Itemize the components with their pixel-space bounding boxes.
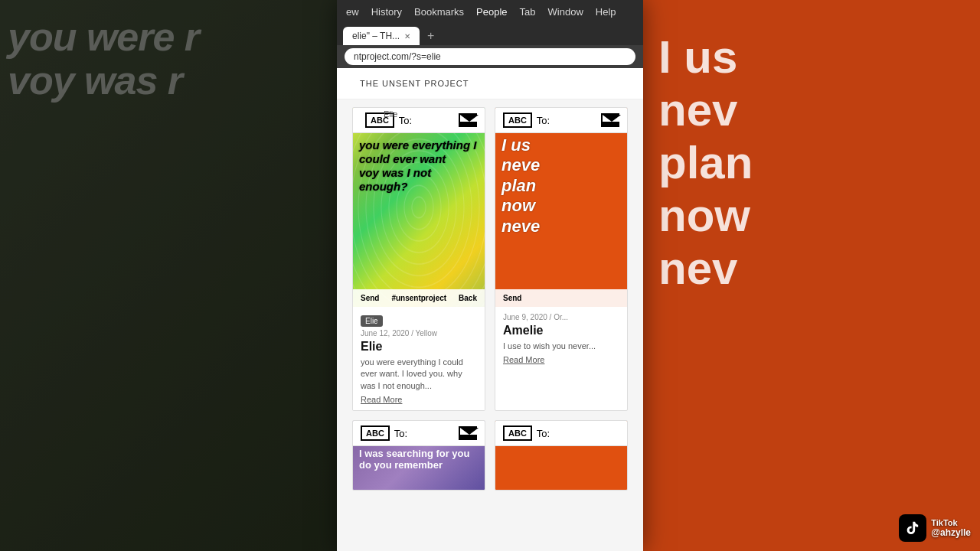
elie-card-body: you were everything I could ever want vo… xyxy=(359,135,479,194)
elie-card-footer: Send #unsentproject Back xyxy=(353,289,485,307)
elie-card-header: Elie ABC To: xyxy=(353,108,485,133)
menu-history[interactable]: History xyxy=(371,6,402,18)
elie-excerpt: you were everything I could ever want. I… xyxy=(361,357,477,392)
elie-card-visual: Elie ABC To: you were everything I could… xyxy=(353,108,485,307)
elie-color-link[interactable]: Yellow xyxy=(416,329,438,337)
active-tab[interactable]: elie" – TH... ✕ xyxy=(343,27,420,45)
tab-label: elie" – TH... xyxy=(352,31,400,41)
menu-bookmarks[interactable]: Bookmarks xyxy=(414,6,464,18)
amelie2-card-header: Amelie ABC To: xyxy=(353,421,485,446)
address-bar-row: ntproject.com/?s=elie xyxy=(337,45,643,68)
cards-area: Elie ABC To: you were everything I could… xyxy=(337,99,643,498)
partial-card-visual: ABC To: xyxy=(495,421,627,490)
menu-people[interactable]: People xyxy=(476,6,507,18)
elie-name: Elie xyxy=(361,340,477,354)
menu-help[interactable]: Help xyxy=(596,6,616,18)
elie-to-name: Elie xyxy=(384,109,397,119)
elie-tooltip: Elie xyxy=(361,315,383,327)
amelie-card-info: June 9, 2020 / Or... Amelie I use to wis… xyxy=(495,307,627,370)
amelie-date-color: June 9, 2020 / Or... xyxy=(503,313,619,321)
amelie2-abc-label: ABC xyxy=(361,425,390,441)
background-left-panel: you were r voy was r xyxy=(0,0,337,551)
elie-date-color: June 12, 2020 / Yellow xyxy=(361,329,477,337)
browser-chrome: ew History Bookmarks People Tab Window H… xyxy=(337,0,643,68)
elie-letter-card: Elie ABC To: you were everything I could… xyxy=(352,107,485,411)
send-button[interactable]: Send xyxy=(361,294,379,302)
partial-to-label: To: xyxy=(537,428,550,439)
address-bar[interactable]: ntproject.com/?s=elie xyxy=(345,48,635,65)
amelie-envelope-icon xyxy=(601,113,619,127)
hashtag-label: #unsentproject xyxy=(391,294,446,302)
tab-bar: elie" – TH... ✕ + xyxy=(337,24,643,45)
background-right-panel: I us nev plan now nev xyxy=(643,0,980,551)
amelie-color-link[interactable]: Or... xyxy=(554,313,568,321)
bg-left-text: you were r voy was r xyxy=(8,15,199,103)
website-content: THE UNSENT PROJECT Elie ABC To: xyxy=(337,68,643,551)
partial-letter-card: ABC To: xyxy=(495,420,628,491)
elie-read-more[interactable]: Read More xyxy=(361,395,477,404)
amelie-send-button[interactable]: Send xyxy=(503,294,521,302)
menu-bar: ew History Bookmarks People Tab Window H… xyxy=(337,0,643,24)
amelie-letter-card: ABC To: I us neve plan now neve Send xyxy=(495,107,628,411)
bg-right-text: I us nev plan now nev xyxy=(658,31,753,295)
tab-close-button[interactable]: ✕ xyxy=(404,32,410,41)
amelie-abc-label: ABC xyxy=(503,112,532,128)
elie-envelope-icon xyxy=(459,113,477,127)
browser-window: ew History Bookmarks People Tab Window H… xyxy=(337,0,643,551)
tiktok-icon xyxy=(899,514,926,542)
amelie2-card-visual: Amelie ABC To: I was searching for youdo… xyxy=(353,421,485,490)
amelie2-to-label: To: xyxy=(394,428,407,439)
partial-abc-label: ABC xyxy=(503,425,532,441)
back-button[interactable]: Back xyxy=(459,294,477,302)
amelie-name: Amelie xyxy=(503,324,619,337)
amelie-to-label: To: xyxy=(537,115,550,126)
amelie-read-more[interactable]: Read More xyxy=(503,355,619,364)
amelie-card-body: I us neve plan now neve xyxy=(501,135,621,236)
amelie2-body-text: I was searching for youdo you remember xyxy=(359,448,470,471)
amelie2-letter-card: Amelie ABC To: I was searching for youdo… xyxy=(352,420,485,491)
tiktok-username-area: TikTok @ahzylle xyxy=(931,518,971,538)
amelie-card-footer: Send xyxy=(495,289,627,307)
elie-card-info: Elie June 12, 2020 / Yellow Elie you wer… xyxy=(353,307,485,410)
tiktok-username: @ahzylle xyxy=(931,527,971,538)
menu-view[interactable]: ew xyxy=(346,6,359,18)
amelie-excerpt: I use to wish you never... xyxy=(503,341,619,352)
amelie-card-header: ABC To: xyxy=(495,108,627,133)
menu-window[interactable]: Window xyxy=(548,6,583,18)
amelie-card-visual: ABC To: I us neve plan now neve Send xyxy=(495,108,627,307)
elie-to-label: To: xyxy=(399,115,412,126)
amelie2-envelope-icon xyxy=(459,426,477,440)
new-tab-button[interactable]: + xyxy=(423,28,439,44)
menu-tab[interactable]: Tab xyxy=(520,6,536,18)
tiktok-badge: TikTok @ahzylle xyxy=(899,514,971,542)
site-title: THE UNSENT PROJECT xyxy=(360,79,469,88)
site-header: THE UNSENT PROJECT xyxy=(337,68,643,99)
partial-card-header: ABC To: xyxy=(495,421,627,446)
